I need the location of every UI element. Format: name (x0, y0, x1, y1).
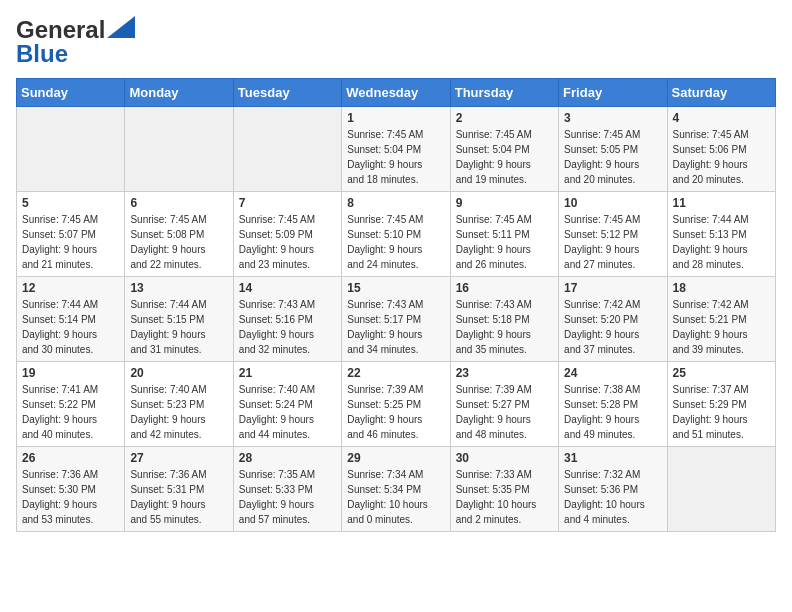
calendar-cell: 16Sunrise: 7:43 AM Sunset: 5:18 PM Dayli… (450, 277, 558, 362)
calendar-cell: 23Sunrise: 7:39 AM Sunset: 5:27 PM Dayli… (450, 362, 558, 447)
calendar-cell: 10Sunrise: 7:45 AM Sunset: 5:12 PM Dayli… (559, 192, 667, 277)
calendar-cell: 28Sunrise: 7:35 AM Sunset: 5:33 PM Dayli… (233, 447, 341, 532)
day-number: 30 (456, 451, 553, 465)
calendar-cell (17, 107, 125, 192)
weekday-header: Monday (125, 79, 233, 107)
calendar-cell: 22Sunrise: 7:39 AM Sunset: 5:25 PM Dayli… (342, 362, 450, 447)
day-info: Sunrise: 7:39 AM Sunset: 5:25 PM Dayligh… (347, 382, 444, 442)
day-info: Sunrise: 7:45 AM Sunset: 5:09 PM Dayligh… (239, 212, 336, 272)
calendar-cell: 20Sunrise: 7:40 AM Sunset: 5:23 PM Dayli… (125, 362, 233, 447)
calendar-cell: 30Sunrise: 7:33 AM Sunset: 5:35 PM Dayli… (450, 447, 558, 532)
weekday-header: Friday (559, 79, 667, 107)
day-info: Sunrise: 7:35 AM Sunset: 5:33 PM Dayligh… (239, 467, 336, 527)
day-info: Sunrise: 7:45 AM Sunset: 5:11 PM Dayligh… (456, 212, 553, 272)
day-number: 12 (22, 281, 119, 295)
day-info: Sunrise: 7:37 AM Sunset: 5:29 PM Dayligh… (673, 382, 770, 442)
calendar-cell: 25Sunrise: 7:37 AM Sunset: 5:29 PM Dayli… (667, 362, 775, 447)
calendar-cell: 24Sunrise: 7:38 AM Sunset: 5:28 PM Dayli… (559, 362, 667, 447)
day-info: Sunrise: 7:43 AM Sunset: 5:16 PM Dayligh… (239, 297, 336, 357)
day-info: Sunrise: 7:43 AM Sunset: 5:17 PM Dayligh… (347, 297, 444, 357)
logo-text-blue: Blue (16, 40, 68, 68)
calendar-cell (233, 107, 341, 192)
weekday-header: Thursday (450, 79, 558, 107)
day-number: 2 (456, 111, 553, 125)
day-number: 29 (347, 451, 444, 465)
calendar-cell: 19Sunrise: 7:41 AM Sunset: 5:22 PM Dayli… (17, 362, 125, 447)
day-number: 1 (347, 111, 444, 125)
day-number: 22 (347, 366, 444, 380)
weekday-header: Sunday (17, 79, 125, 107)
day-number: 25 (673, 366, 770, 380)
day-info: Sunrise: 7:41 AM Sunset: 5:22 PM Dayligh… (22, 382, 119, 442)
day-number: 6 (130, 196, 227, 210)
calendar-cell: 1Sunrise: 7:45 AM Sunset: 5:04 PM Daylig… (342, 107, 450, 192)
day-info: Sunrise: 7:44 AM Sunset: 5:14 PM Dayligh… (22, 297, 119, 357)
logo-icon (107, 16, 135, 38)
calendar-cell: 15Sunrise: 7:43 AM Sunset: 5:17 PM Dayli… (342, 277, 450, 362)
calendar-week-row: 19Sunrise: 7:41 AM Sunset: 5:22 PM Dayli… (17, 362, 776, 447)
calendar-header-row: SundayMondayTuesdayWednesdayThursdayFrid… (17, 79, 776, 107)
svg-marker-0 (107, 16, 135, 38)
day-number: 10 (564, 196, 661, 210)
calendar-cell: 4Sunrise: 7:45 AM Sunset: 5:06 PM Daylig… (667, 107, 775, 192)
day-info: Sunrise: 7:42 AM Sunset: 5:20 PM Dayligh… (564, 297, 661, 357)
day-number: 7 (239, 196, 336, 210)
calendar-week-row: 5Sunrise: 7:45 AM Sunset: 5:07 PM Daylig… (17, 192, 776, 277)
day-number: 24 (564, 366, 661, 380)
day-number: 15 (347, 281, 444, 295)
day-number: 20 (130, 366, 227, 380)
day-info: Sunrise: 7:45 AM Sunset: 5:08 PM Dayligh… (130, 212, 227, 272)
calendar-cell: 14Sunrise: 7:43 AM Sunset: 5:16 PM Dayli… (233, 277, 341, 362)
day-info: Sunrise: 7:36 AM Sunset: 5:31 PM Dayligh… (130, 467, 227, 527)
day-number: 19 (22, 366, 119, 380)
day-number: 8 (347, 196, 444, 210)
day-info: Sunrise: 7:44 AM Sunset: 5:15 PM Dayligh… (130, 297, 227, 357)
calendar-cell: 17Sunrise: 7:42 AM Sunset: 5:20 PM Dayli… (559, 277, 667, 362)
weekday-header: Saturday (667, 79, 775, 107)
day-number: 5 (22, 196, 119, 210)
day-number: 27 (130, 451, 227, 465)
calendar-cell: 27Sunrise: 7:36 AM Sunset: 5:31 PM Dayli… (125, 447, 233, 532)
calendar-cell: 21Sunrise: 7:40 AM Sunset: 5:24 PM Dayli… (233, 362, 341, 447)
logo: General Blue (16, 16, 135, 68)
calendar-cell: 2Sunrise: 7:45 AM Sunset: 5:04 PM Daylig… (450, 107, 558, 192)
calendar-cell: 7Sunrise: 7:45 AM Sunset: 5:09 PM Daylig… (233, 192, 341, 277)
day-info: Sunrise: 7:45 AM Sunset: 5:12 PM Dayligh… (564, 212, 661, 272)
day-info: Sunrise: 7:34 AM Sunset: 5:34 PM Dayligh… (347, 467, 444, 527)
calendar-cell: 8Sunrise: 7:45 AM Sunset: 5:10 PM Daylig… (342, 192, 450, 277)
day-number: 9 (456, 196, 553, 210)
calendar-cell: 11Sunrise: 7:44 AM Sunset: 5:13 PM Dayli… (667, 192, 775, 277)
calendar-cell: 6Sunrise: 7:45 AM Sunset: 5:08 PM Daylig… (125, 192, 233, 277)
day-number: 28 (239, 451, 336, 465)
day-number: 26 (22, 451, 119, 465)
page: General Blue SundayMondayTuesdayWednesda… (0, 0, 792, 548)
header: General Blue (16, 16, 776, 68)
day-info: Sunrise: 7:42 AM Sunset: 5:21 PM Dayligh… (673, 297, 770, 357)
day-info: Sunrise: 7:43 AM Sunset: 5:18 PM Dayligh… (456, 297, 553, 357)
day-info: Sunrise: 7:45 AM Sunset: 5:05 PM Dayligh… (564, 127, 661, 187)
calendar-week-row: 1Sunrise: 7:45 AM Sunset: 5:04 PM Daylig… (17, 107, 776, 192)
day-info: Sunrise: 7:45 AM Sunset: 5:04 PM Dayligh… (456, 127, 553, 187)
day-info: Sunrise: 7:32 AM Sunset: 5:36 PM Dayligh… (564, 467, 661, 527)
day-number: 3 (564, 111, 661, 125)
calendar-cell: 26Sunrise: 7:36 AM Sunset: 5:30 PM Dayli… (17, 447, 125, 532)
day-info: Sunrise: 7:36 AM Sunset: 5:30 PM Dayligh… (22, 467, 119, 527)
calendar-cell: 9Sunrise: 7:45 AM Sunset: 5:11 PM Daylig… (450, 192, 558, 277)
day-info: Sunrise: 7:45 AM Sunset: 5:10 PM Dayligh… (347, 212, 444, 272)
calendar-cell: 5Sunrise: 7:45 AM Sunset: 5:07 PM Daylig… (17, 192, 125, 277)
day-info: Sunrise: 7:38 AM Sunset: 5:28 PM Dayligh… (564, 382, 661, 442)
day-info: Sunrise: 7:45 AM Sunset: 5:04 PM Dayligh… (347, 127, 444, 187)
day-number: 13 (130, 281, 227, 295)
weekday-header: Wednesday (342, 79, 450, 107)
day-number: 31 (564, 451, 661, 465)
day-number: 4 (673, 111, 770, 125)
day-number: 23 (456, 366, 553, 380)
weekday-header: Tuesday (233, 79, 341, 107)
day-number: 18 (673, 281, 770, 295)
calendar-cell: 31Sunrise: 7:32 AM Sunset: 5:36 PM Dayli… (559, 447, 667, 532)
calendar-cell: 18Sunrise: 7:42 AM Sunset: 5:21 PM Dayli… (667, 277, 775, 362)
calendar-week-row: 26Sunrise: 7:36 AM Sunset: 5:30 PM Dayli… (17, 447, 776, 532)
day-number: 17 (564, 281, 661, 295)
day-number: 16 (456, 281, 553, 295)
day-info: Sunrise: 7:33 AM Sunset: 5:35 PM Dayligh… (456, 467, 553, 527)
